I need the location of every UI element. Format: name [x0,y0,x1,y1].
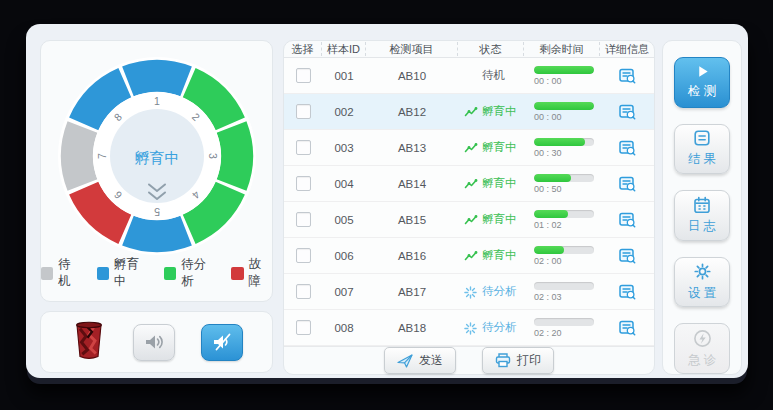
row-checkbox[interactable] [296,320,311,335]
remaining-time-cell: 01 : 02 [524,210,600,230]
remaining-time-text: 02 : 03 [534,292,600,302]
row-checkbox[interactable] [296,248,311,263]
row-checkbox[interactable] [296,212,311,227]
test-item-cell: AB14 [366,178,458,190]
table-row[interactable]: 003 AB13 孵育中 00 : 30 [284,130,654,166]
row-checkbox[interactable] [296,140,311,155]
analyzing-spinner-icon [464,286,477,299]
speaker-icon [144,333,164,351]
column-header: 详细信息 [600,42,654,56]
wheel-center-status: 孵育中 [134,149,179,166]
legend-item: 待机 [41,256,82,290]
sample-id-cell: 006 [322,250,366,262]
sample-id-cell: 001 [322,70,366,82]
progress-bar [534,246,594,254]
test-item-cell: AB16 [366,250,458,262]
waste-bin-icon [71,319,107,365]
incubating-pulse-icon [464,142,478,154]
table-row[interactable]: 007 AB17 待分析 02 : 03 [284,274,654,310]
incubating-pulse-icon [464,250,478,262]
table-row[interactable]: 002 AB12 孵育中 00 : 00 [284,94,654,130]
wheel-segment [61,121,97,191]
column-header: 状态 [458,42,524,56]
sample-id-cell: 008 [322,322,366,334]
detail-button[interactable] [619,320,636,336]
table-row[interactable]: 008 AB18 待分析 02 : 20 [284,310,654,346]
legend-label: 待分析 [181,256,216,290]
detail-button[interactable] [619,140,636,156]
wheel-slot-number: 3 [206,153,218,159]
sample-table-panel: 选择样本ID检测项目状态剩余时间详细信息 001 AB10 待机 00 : 00… [283,40,655,375]
table-row[interactable]: 004 AB14 孵育中 00 : 50 [284,166,654,202]
incubator-wheel-panel: 12345678孵育中 待机孵育中待分析故障 [40,40,273,302]
remaining-time-text: 00 : 00 [534,76,600,86]
remaining-time-cell: 02 : 20 [524,318,600,338]
mute-button[interactable] [201,324,243,361]
progress-bar [534,66,594,74]
detail-icon [619,284,636,300]
result-document-icon [693,129,711,147]
wheel-segment [216,121,252,191]
progress-bar [534,138,594,146]
incubating-pulse-icon [464,214,478,226]
remaining-time-cell: 00 : 00 [524,66,600,86]
detail-icon [619,104,636,120]
print-label: 打印 [517,352,541,369]
remaining-time-cell: 00 : 30 [524,138,600,158]
status-cell: 孵育中 [458,248,524,263]
row-checkbox[interactable] [296,104,311,119]
row-checkbox[interactable] [296,284,311,299]
play-icon [695,64,710,79]
send-button[interactable]: 发送 [384,347,456,374]
action-label: 设置 [688,285,719,302]
detail-button[interactable] [619,176,636,192]
test-item-cell: AB12 [366,106,458,118]
remaining-time-text: 00 : 00 [534,112,600,122]
legend-label: 孵育中 [114,256,149,290]
test-item-cell: AB13 [366,142,458,154]
log-button[interactable]: 日志 [674,190,730,241]
row-checkbox[interactable] [296,176,311,191]
remaining-time-text: 00 : 30 [534,148,600,158]
table-row[interactable]: 005 AB15 孵育中 01 : 02 [284,202,654,238]
remaining-time-cell: 02 : 00 [524,246,600,266]
status-cell: 孵育中 [458,104,524,119]
test-item-cell: AB17 [366,286,458,298]
remaining-time-text: 02 : 00 [534,256,600,266]
incubating-pulse-icon [464,178,478,190]
legend-item: 故障 [231,256,272,290]
table-row[interactable]: 006 AB16 孵育中 02 : 00 [284,238,654,274]
detail-icon [619,212,636,228]
emergency-button: 急诊 [674,323,730,374]
legend-label: 待机 [58,256,81,290]
detail-icon [619,68,636,84]
print-button[interactable]: 打印 [482,347,554,374]
detect-button[interactable]: 检测 [674,57,730,108]
legend-swatch [164,267,176,280]
detail-button[interactable] [619,68,636,84]
test-item-cell: AB10 [366,70,458,82]
remaining-time-text: 02 : 20 [534,328,600,338]
row-checkbox[interactable] [296,68,311,83]
sound-on-button[interactable] [133,324,175,361]
actions-panel: 检测结果日志设置急诊 [662,40,742,375]
status-cell: 孵育中 [458,140,524,155]
detail-button[interactable] [619,104,636,120]
column-header: 样本ID [322,42,366,56]
column-header: 选择 [284,42,322,56]
detail-button[interactable] [619,248,636,264]
remaining-time-text: 00 : 50 [534,184,600,194]
wheel-slot-number: 7 [95,153,107,159]
table-body: 001 AB10 待机 00 : 00 002 AB12 孵育中 00 : 00… [284,58,654,346]
test-item-cell: AB18 [366,322,458,334]
wheel-segment [122,216,192,252]
detail-button[interactable] [619,284,636,300]
results-button[interactable]: 结果 [674,124,730,175]
table-row[interactable]: 001 AB10 待机 00 : 00 [284,58,654,94]
settings-button[interactable]: 设置 [674,257,730,308]
progress-bar [534,210,594,218]
progress-bar [534,174,594,182]
analyzing-spinner-icon [464,322,477,335]
status-cell: 孵育中 [458,212,524,227]
detail-button[interactable] [619,212,636,228]
